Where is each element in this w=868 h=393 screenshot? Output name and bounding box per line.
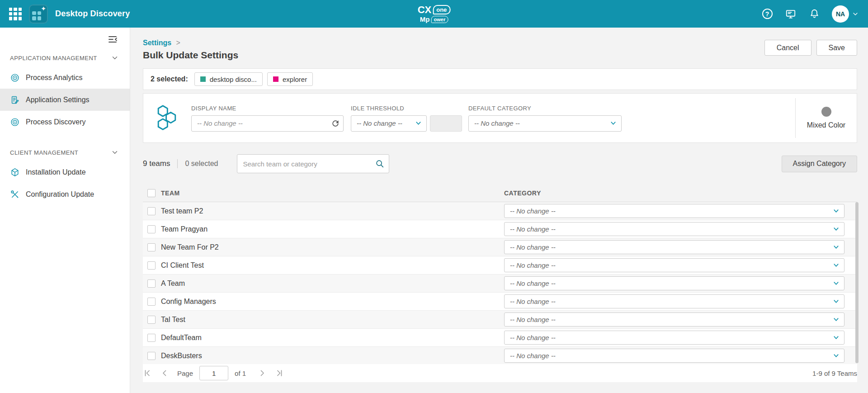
last-page-button[interactable] xyxy=(275,369,284,378)
app-color-swatch xyxy=(273,76,278,82)
team-name: Team Pragyan xyxy=(161,225,208,233)
table-row: DefaultTeam -- No change -- xyxy=(143,329,857,347)
row-category-select[interactable]: -- No change -- xyxy=(504,240,844,254)
team-column-header: TEAM xyxy=(161,189,180,197)
cxone-mpower-logo: CX one Mp ower xyxy=(418,5,451,23)
page-title: Bulk Update Settings xyxy=(143,49,238,61)
select-all-checkbox[interactable] xyxy=(147,189,156,197)
search-input[interactable] xyxy=(237,154,389,173)
logo-cx-text: CX xyxy=(418,5,432,15)
help-icon[interactable]: ? xyxy=(761,8,773,20)
row-checkbox[interactable] xyxy=(147,334,156,342)
row-category-select[interactable]: -- No change -- xyxy=(504,331,844,345)
first-page-button[interactable] xyxy=(143,369,152,378)
row-checkbox[interactable] xyxy=(147,316,156,324)
table-row: Team Pragyan -- No change -- xyxy=(143,220,857,238)
sidebar-item-label: Configuration Update xyxy=(26,190,94,199)
configuration-update-icon xyxy=(10,189,20,199)
product-logo-grid xyxy=(32,11,41,20)
app-color-swatch xyxy=(200,76,206,82)
sidebar-item-installation-update[interactable]: Installation Update xyxy=(0,161,130,183)
row-category-select[interactable]: -- No change -- xyxy=(504,313,844,327)
row-checkbox[interactable] xyxy=(147,279,156,288)
table-row: DeskBusters -- No change -- xyxy=(143,347,857,365)
row-checkbox[interactable] xyxy=(147,207,156,215)
page-number-input[interactable] xyxy=(199,366,228,380)
row-checkbox[interactable] xyxy=(147,298,156,306)
table-row: New Team For P2 -- No change -- xyxy=(143,238,857,256)
default-category-select[interactable]: -- No change -- xyxy=(468,115,622,132)
chevron-down-icon xyxy=(415,120,422,127)
default-category-label: DEFAULT CATEGORY xyxy=(468,105,622,112)
save-button[interactable]: Save xyxy=(816,40,857,56)
sidebar-section-client-management[interactable]: CLIENT MANAGEMENT xyxy=(0,141,130,161)
idle-threshold-select[interactable]: -- No change -- xyxy=(351,115,427,132)
mixed-color-section: Mixed Color xyxy=(795,98,857,138)
bulk-edit-card: DISPLAY NAME IDLE THRESHOLD -- No change… xyxy=(143,93,857,143)
team-name: Config Managers xyxy=(161,298,216,306)
table-scrollbar[interactable] xyxy=(855,202,859,363)
chevron-down-icon xyxy=(833,208,840,214)
monitor-icon[interactable] xyxy=(785,8,797,20)
sidebar-item-application-settings[interactable]: Application Settings xyxy=(0,89,130,111)
product-logo: ✦ xyxy=(29,5,48,24)
next-page-button[interactable] xyxy=(258,369,267,378)
row-category-select[interactable]: -- No change -- xyxy=(504,204,844,218)
team-name: DeskBusters xyxy=(161,352,202,360)
row-category-select[interactable]: -- No change -- xyxy=(504,349,844,363)
table-row: Test team P2 -- No change -- xyxy=(143,202,857,220)
row-checkbox[interactable] xyxy=(147,243,156,251)
row-category-select[interactable]: -- No change -- xyxy=(504,294,844,308)
app-title: Desktop Discovery xyxy=(55,9,130,19)
pagination-range-label: 1-9 of 9 Teams xyxy=(812,369,857,377)
cancel-button[interactable]: Cancel xyxy=(764,40,811,56)
chevron-down-icon xyxy=(852,10,859,18)
sidebar-item-process-discovery[interactable]: Process Discovery xyxy=(0,111,130,133)
chevron-down-icon xyxy=(111,54,119,62)
chevron-down-icon xyxy=(833,334,840,341)
notifications-bell-icon[interactable] xyxy=(808,8,820,20)
sidebar-section-application-management[interactable]: APPLICATION MANAGEMENT xyxy=(0,47,130,66)
search-icon[interactable] xyxy=(375,159,385,169)
reset-icon[interactable] xyxy=(331,119,340,128)
sidebar-item-configuration-update[interactable]: Configuration Update xyxy=(0,183,130,205)
row-checkbox[interactable] xyxy=(147,225,156,233)
sidebar: APPLICATION MANAGEMENT Process Analytics… xyxy=(0,28,130,393)
app-launcher-grid-icon[interactable] xyxy=(9,8,22,20)
sparkle-icon: ✦ xyxy=(41,5,46,12)
breadcrumb-settings-link[interactable]: Settings xyxy=(143,39,171,47)
row-category-select[interactable]: -- No change -- xyxy=(504,276,844,290)
installation-update-icon xyxy=(10,167,20,177)
table-row: Config Managers -- No change -- xyxy=(143,293,857,311)
previous-page-button[interactable] xyxy=(160,369,169,378)
teams-table-rows: Test team P2 -- No change -- Team Pragya… xyxy=(143,202,857,365)
chevron-down-icon xyxy=(833,280,840,287)
header-left: ✦ Desktop Discovery xyxy=(9,5,130,24)
sidebar-item-label: Process Discovery xyxy=(26,118,85,126)
logo-one-bubble: one xyxy=(433,5,450,14)
sidebar-collapse-icon[interactable] xyxy=(107,34,118,45)
selected-count-label: 2 selected: xyxy=(151,75,188,83)
main-content: Settings > Bulk Update Settings Cancel S… xyxy=(130,28,868,393)
teams-selected-label: 0 selected xyxy=(185,160,218,168)
selected-app-chip[interactable]: explorer xyxy=(267,72,313,86)
pagination-bar: Page of 1 1-9 of 9 Teams xyxy=(143,364,857,382)
idle-threshold-value-input[interactable] xyxy=(430,115,462,132)
display-name-input[interactable] xyxy=(191,115,344,132)
row-category-select[interactable]: -- No change -- xyxy=(504,258,844,272)
process-analytics-icon xyxy=(10,73,20,83)
user-menu[interactable]: NA xyxy=(832,5,859,23)
app-header: ✦ Desktop Discovery CX one Mp ower ? xyxy=(0,0,868,28)
row-checkbox[interactable] xyxy=(147,261,156,270)
page-label: Page xyxy=(177,369,193,377)
row-checkbox[interactable] xyxy=(147,352,156,360)
row-category-select[interactable]: -- No change -- xyxy=(504,222,844,236)
mixed-color-swatch[interactable] xyxy=(821,107,831,117)
avatar[interactable]: NA xyxy=(832,5,849,23)
selected-app-chip[interactable]: desktop disco... xyxy=(194,72,263,86)
sidebar-item-process-analytics[interactable]: Process Analytics xyxy=(0,66,130,89)
table-row: CI Client Test -- No change -- xyxy=(143,256,857,275)
category-column-header: CATEGORY xyxy=(504,189,541,197)
assign-category-button[interactable]: Assign Category xyxy=(782,156,857,172)
section-label: APPLICATION MANAGEMENT xyxy=(10,55,97,62)
